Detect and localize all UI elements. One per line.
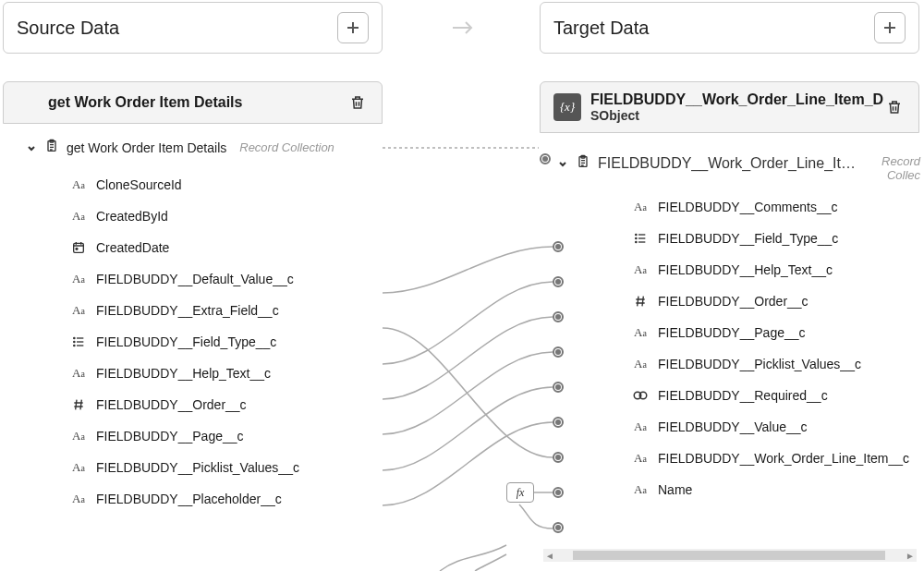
fx-formula-node[interactable]: fx (506, 482, 534, 503)
arrow-right-icon (451, 18, 475, 41)
svg-rect-2 (74, 243, 84, 252)
socket-target-order[interactable] (553, 311, 564, 322)
source-field-label: FIELDBUDDY__Placeholder__c (96, 492, 282, 506)
trash-icon (886, 99, 903, 115)
add-source-button[interactable] (337, 12, 369, 43)
picklist-type-icon (71, 334, 86, 349)
scroll-left-icon[interactable]: ◄ (543, 551, 556, 561)
source-field-row[interactable]: FIELDBUDDY__Picklist_Values__c (26, 452, 383, 483)
target-field-row[interactable]: FIELDBUDDY__Comments__c (554, 191, 919, 223)
text-type-icon (72, 303, 85, 318)
target-field-label: FIELDBUDDY__Picklist_Values__c (658, 357, 861, 371)
scroll-right-icon[interactable]: ► (904, 551, 917, 561)
target-field-row[interactable]: FIELDBUDDY__Work_Order_Line_Item__c (554, 443, 919, 474)
source-field-label: FIELDBUDDY__Default_Value__c (96, 272, 294, 286)
target-card-header: {x} FIELDBUDDY__Work_Order_Line_Item_De.… (540, 81, 919, 133)
socket-target-name[interactable] (553, 522, 564, 533)
source-field-row[interactable]: FIELDBUDDY__Placeholder__c (26, 483, 383, 515)
source-card-header: get Work Order Item Details (3, 81, 383, 124)
svg-point-5 (74, 341, 75, 342)
socket-target-value[interactable] (553, 452, 564, 463)
source-field-label: FIELDBUDDY__Extra_Field__c (96, 303, 279, 318)
text-type-icon (72, 460, 85, 475)
svg-point-9 (636, 234, 637, 235)
source-field-row[interactable]: CloneSourceId (26, 169, 383, 200)
source-field-row[interactable]: FIELDBUDDY__Extra_Field__c (26, 295, 383, 326)
socket-target-root[interactable] (540, 153, 551, 164)
number-type-icon (633, 294, 648, 309)
target-field-row[interactable]: FIELDBUDDY__Page__c (554, 317, 919, 348)
source-field-row[interactable]: FIELDBUDDY__Page__c (26, 420, 383, 452)
target-card-title: FIELDBUDDY__Work_Order_Line_Item_De... (590, 91, 883, 108)
svg-point-3 (76, 248, 78, 249)
socket-target-page[interactable] (553, 346, 564, 358)
delete-target-button[interactable] (883, 96, 906, 118)
target-field-row[interactable]: FIELDBUDDY__Picklist_Values__c (554, 348, 919, 380)
target-field-row[interactable]: FIELDBUDDY__Help_Text__c (554, 254, 919, 286)
target-card-subtitle: SObject (590, 108, 883, 123)
text-type-icon (634, 482, 647, 497)
plus-icon (882, 20, 897, 35)
source-field-label: FIELDBUDDY__Picklist_Values__c (96, 460, 299, 475)
svg-point-6 (74, 345, 75, 346)
target-field-label: FIELDBUDDY__Work_Order_Line_Item__c (658, 451, 909, 466)
text-type-icon (72, 429, 85, 443)
target-field-label: FIELDBUDDY__Page__c (658, 325, 806, 340)
target-field-label: FIELDBUDDY__Help_Text__c (658, 262, 833, 277)
socket-target-field-type[interactable] (553, 241, 564, 252)
source-panel-title: Source Data (17, 18, 119, 39)
socket-target-help-text[interactable] (553, 276, 564, 287)
source-root-label: get Work Order Item Details (67, 140, 226, 155)
text-type-icon (634, 262, 647, 277)
source-field-label: CreatedById (96, 209, 168, 224)
text-type-icon (72, 492, 85, 506)
source-data-panel: Source Data (3, 2, 383, 54)
picklist-type-icon (633, 231, 648, 246)
number-type-icon (71, 397, 86, 412)
target-field-row[interactable]: FIELDBUDDY__Value__c (554, 411, 919, 443)
source-field-row[interactable]: CreatedById (26, 200, 383, 232)
plus-icon (346, 20, 360, 35)
delete-source-button[interactable] (346, 91, 369, 114)
text-type-icon (634, 200, 647, 214)
source-field-label: FIELDBUDDY__Help_Text__c (96, 366, 271, 381)
source-root-row[interactable]: get Work Order Item Details Record Colle… (26, 139, 383, 156)
source-field-row[interactable]: CreatedDate (26, 232, 383, 263)
variable-icon: {x} (553, 93, 581, 121)
socket-target-woli[interactable] (553, 487, 564, 498)
svg-point-11 (636, 241, 637, 242)
target-field-label: FIELDBUDDY__Required__c (658, 388, 828, 403)
clipboard-icon (44, 139, 59, 156)
chevron-down-icon[interactable] (26, 142, 37, 153)
target-field-row[interactable]: FIELDBUDDY__Field_Type__c (554, 223, 919, 254)
svg-point-4 (74, 337, 75, 338)
text-type-icon (634, 325, 647, 340)
text-type-icon (72, 366, 85, 381)
text-type-icon (72, 177, 85, 192)
target-field-label: FIELDBUDDY__Order__c (658, 294, 808, 309)
target-horizontal-scrollbar[interactable]: ◄ ► (543, 549, 917, 562)
source-field-label: CloneSourceId (96, 177, 182, 192)
source-root-meta: Record Collection (239, 140, 334, 154)
target-data-panel: Target Data (540, 2, 919, 54)
text-type-icon (634, 451, 647, 466)
target-field-row[interactable]: Name (554, 474, 919, 505)
scrollbar-thumb[interactable] (573, 551, 885, 560)
trash-icon (349, 94, 366, 111)
source-field-row[interactable]: FIELDBUDDY__Help_Text__c (26, 358, 383, 389)
add-target-button[interactable] (874, 12, 906, 43)
source-field-row[interactable]: FIELDBUDDY__Order__c (26, 389, 383, 420)
socket-target-picklist[interactable] (553, 382, 564, 393)
socket-target-required[interactable] (553, 417, 564, 428)
date-type-icon (71, 240, 86, 255)
source-card-title: get Work Order Item Details (17, 94, 346, 111)
text-type-icon (634, 419, 647, 434)
target-field-row[interactable]: FIELDBUDDY__Order__c (554, 286, 919, 317)
source-field-row[interactable]: FIELDBUDDY__Field_Type__c (26, 326, 383, 358)
target-field-row[interactable]: FIELDBUDDY__Required__c (554, 380, 919, 411)
target-field-label: Name (658, 482, 692, 497)
source-tree: get Work Order Item Details Record Colle… (26, 139, 383, 515)
source-field-label: FIELDBUDDY__Page__c (96, 429, 244, 443)
source-field-row[interactable]: FIELDBUDDY__Default_Value__c (26, 263, 383, 295)
target-field-label: FIELDBUDDY__Field_Type__c (658, 231, 838, 246)
